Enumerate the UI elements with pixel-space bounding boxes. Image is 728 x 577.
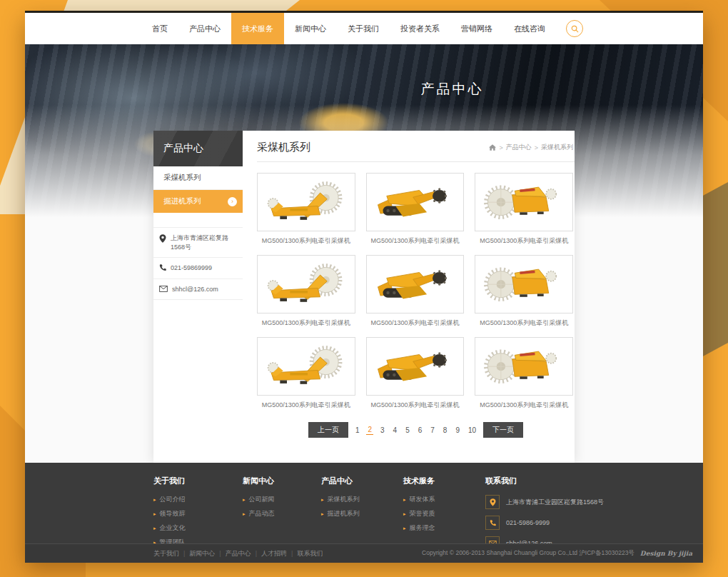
sidebar-phone-row: 021-59869999	[153, 258, 243, 279]
product-caption[interactable]: MG500/1300系列电牵引采煤机	[257, 401, 355, 410]
nav-item-news[interactable]: 新闻中心	[284, 13, 337, 44]
divider: |	[291, 550, 293, 557]
sidebar-contact: 上海市青浦区崧复路1568号 021-59869999 shhcl@126.co…	[153, 227, 243, 300]
main-column: 采煤机系列 > 产品中心 > 采煤机系列 MG500/1300系列电牵引采煤机 …	[243, 131, 575, 463]
sidebar-phone: 021-59869999	[171, 264, 212, 273]
nav-item-tech-service[interactable]: 技术服务	[231, 13, 284, 44]
footer-phone: 021-5986-9999	[506, 519, 550, 526]
bullet-icon: ▸	[403, 497, 406, 502]
footer-column-title: 技术服务	[403, 476, 485, 486]
product-image-roadheader[interactable]	[366, 337, 465, 396]
bottom-link-news[interactable]: 新闻中心	[189, 549, 215, 558]
page-number-2-current[interactable]: 2	[366, 425, 373, 435]
footer-link-product-news[interactable]: ▸产品动态	[243, 509, 321, 518]
product-card: MG500/1300系列电牵引采煤机	[475, 255, 573, 337]
product-caption[interactable]: MG500/1300系列电牵引采煤机	[366, 318, 465, 328]
product-caption[interactable]: MG500/1300系列电牵引采煤机	[257, 318, 355, 328]
product-caption[interactable]: MG500/1300系列电牵引采煤机	[366, 236, 465, 246]
nav-item-home[interactable]: 首页	[141, 13, 178, 44]
home-icon[interactable]	[489, 144, 496, 151]
divider: |	[183, 550, 185, 557]
map-pin-icon	[159, 234, 166, 243]
nav-item-investor[interactable]: 投资者关系	[390, 13, 450, 44]
product-grid: MG500/1300系列电牵引采煤机 MG500/1300系列电牵引采煤机 MG…	[257, 173, 575, 419]
sidebar-email: shhcl@126.com	[172, 285, 218, 294]
nav-item-about[interactable]: 关于我们	[337, 13, 390, 44]
telephone-icon	[485, 516, 500, 530]
top-navbar: 首页 产品中心 技术服务 新闻中心 关于我们 投资者关系 营销网络 在线咨询	[25, 13, 703, 44]
product-caption[interactable]: MG500/1300系列电牵引采煤机	[475, 401, 573, 410]
product-caption[interactable]: MG500/1300系列电牵引采煤机	[366, 401, 465, 410]
product-card: MG500/1300系列电牵引采煤机	[257, 337, 355, 419]
copyright-text: Copyright © 2006-2013 Shanghai Chuangli …	[422, 549, 635, 558]
search-button[interactable]	[566, 20, 583, 37]
footer-phone-row: 021-5986-9999	[485, 516, 692, 530]
hero-title: 产品中心	[421, 80, 484, 99]
footer-link-rd-system[interactable]: ▸研发体系	[403, 495, 485, 504]
product-image-roadheader[interactable]	[366, 173, 465, 231]
footer-link-leader-speech[interactable]: ▸领导致辞	[153, 509, 243, 518]
chevron-right-icon: ›	[228, 197, 237, 206]
prev-page-button[interactable]: 上一页	[308, 422, 348, 438]
footer-bottom-bar: 关于我们| 新闻中心| 产品中心| 人才招聘| 联系我们 Copyright ©…	[25, 543, 703, 563]
divider: |	[219, 550, 221, 557]
product-caption[interactable]: MG500/1300系列电牵引采煤机	[257, 236, 355, 246]
page-number-10[interactable]: 10	[467, 426, 477, 435]
product-image-shearer[interactable]	[257, 337, 355, 396]
page-number-5[interactable]: 5	[404, 426, 411, 435]
nav-item-online-consult[interactable]: 在线咨询	[503, 13, 556, 44]
footer-link-roadheader-series[interactable]: ▸掘进机系列	[321, 509, 403, 518]
sidebar-address-row: 上海市青浦区崧复路1568号	[153, 228, 243, 258]
footer-link-honors[interactable]: ▸荣誉资质	[403, 509, 485, 518]
envelope-icon	[159, 286, 168, 292]
product-card: MG500/1300系列电牵引采煤机	[257, 255, 355, 337]
shearer-machine-illustration	[261, 341, 350, 391]
sidebar-item-roadheader-series[interactable]: 掘进机系列 ›	[153, 190, 243, 213]
page-number-8[interactable]: 8	[442, 426, 449, 435]
bullet-icon: ▸	[321, 497, 324, 502]
bottom-link-products[interactable]: 产品中心	[226, 549, 251, 558]
search-icon	[571, 25, 579, 33]
roadheader-machine-illustration	[370, 177, 460, 227]
bottom-link-contact[interactable]: 联系我们	[297, 549, 323, 558]
bullet-icon: ▸	[153, 497, 156, 502]
footer-column-title: 关于我们	[153, 476, 243, 486]
copyright: Copyright © 2006-2013 Shanghai Chuangli …	[422, 549, 692, 558]
sidebar-title-label: 产品中心	[163, 142, 203, 155]
breadcrumb-item-current: 采煤机系列	[541, 143, 573, 152]
product-image-roadheader[interactable]	[366, 255, 465, 313]
footer-link-company-intro[interactable]: ▸公司介绍	[153, 495, 243, 504]
product-image-wheel-shearer[interactable]	[475, 255, 573, 313]
page-number-4[interactable]: 4	[392, 426, 399, 435]
page-number-9[interactable]: 9	[454, 426, 461, 435]
bottom-link-careers[interactable]: 人才招聘	[261, 549, 287, 558]
page-number-3[interactable]: 3	[379, 426, 386, 435]
footer-bottom-links: 关于我们| 新闻中心| 产品中心| 人才招聘| 联系我们	[153, 549, 323, 558]
footer-link-service-concept[interactable]: ▸服务理念	[403, 523, 485, 533]
sidebar-item-shearer-series[interactable]: 采煤机系列	[153, 166, 243, 190]
footer-link-shearer-series[interactable]: ▸采煤机系列	[321, 495, 403, 504]
page-number-6[interactable]: 6	[417, 426, 424, 435]
product-image-shearer[interactable]	[257, 255, 355, 313]
product-image-wheel-shearer[interactable]	[475, 173, 573, 231]
product-caption[interactable]: MG500/1300系列电牵引采煤机	[475, 236, 573, 246]
page-number-1[interactable]: 1	[354, 426, 361, 435]
content-card: 产品中心 采煤机系列 掘进机系列 › 上海市青浦区崧复路1568号 021-59…	[153, 131, 575, 463]
nav-item-products[interactable]: 产品中心	[178, 13, 231, 44]
product-image-shearer[interactable]	[257, 173, 355, 231]
product-card: MG500/1300系列电牵引采煤机	[366, 173, 465, 255]
nav-item-marketing[interactable]: 营销网络	[450, 13, 503, 44]
bottom-link-about[interactable]: 关于我们	[153, 549, 179, 558]
product-caption[interactable]: MG500/1300系列电牵引采煤机	[475, 318, 573, 328]
sidebar-title: 产品中心	[153, 131, 243, 166]
product-card: MG500/1300系列电牵引采煤机	[475, 337, 573, 419]
product-image-wheel-shearer[interactable]	[475, 337, 573, 396]
sidebar-address: 上海市青浦区崧复路1568号	[171, 234, 240, 251]
breadcrumb-item-products[interactable]: 产品中心	[506, 143, 532, 152]
next-page-button[interactable]: 下一页	[483, 422, 523, 438]
bullet-icon: ▸	[321, 511, 324, 516]
page-number-7[interactable]: 7	[429, 426, 436, 435]
footer-link-company-news[interactable]: ▸公司新闻	[243, 495, 321, 504]
product-card: MG500/1300系列电牵引采煤机	[366, 255, 465, 337]
footer-link-culture[interactable]: ▸企业文化	[153, 523, 243, 533]
